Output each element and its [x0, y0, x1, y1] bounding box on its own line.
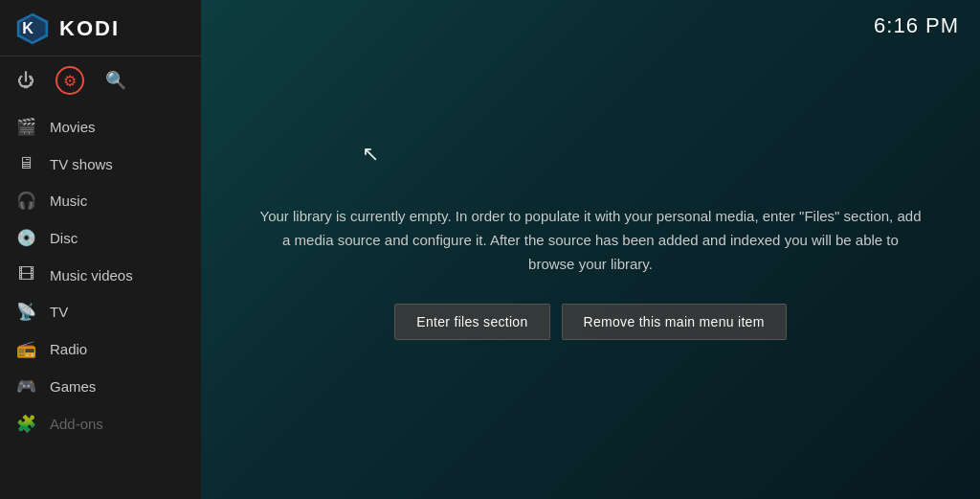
- app-title: KODI: [59, 16, 120, 41]
- kodi-logo-icon: K: [15, 11, 50, 46]
- power-button[interactable]: ⏻: [15, 69, 36, 93]
- sidebar-icon-row: ⏻ ⚙ 🔍: [0, 57, 201, 104]
- sidebar-item-music-videos[interactable]: 🎞 Music videos: [0, 257, 201, 293]
- top-bar: 6:16 PM: [201, 0, 980, 46]
- music-videos-icon: 🎞: [15, 265, 36, 284]
- clock: 6:16 PM: [874, 13, 959, 38]
- sidebar-item-radio[interactable]: 📻 Radio: [0, 330, 201, 368]
- sidebar-item-tv-shows[interactable]: 🖥 TV shows: [0, 146, 201, 182]
- sidebar-item-label: TV shows: [50, 156, 113, 172]
- sidebar-item-label: Games: [50, 378, 96, 395]
- sidebar-item-add-ons[interactable]: 🧩 Add-ons: [0, 405, 201, 442]
- sidebar-item-music[interactable]: 🎧 Music: [0, 182, 201, 219]
- sidebar-header: K KODI: [0, 0, 201, 57]
- movies-icon: 🎬: [15, 117, 36, 137]
- sidebar-item-label: Music videos: [50, 267, 133, 284]
- svg-text:K: K: [22, 19, 33, 36]
- tv-icon: 📡: [15, 302, 36, 322]
- sidebar-item-games[interactable]: 🎮 Games: [0, 368, 201, 405]
- games-icon: 🎮: [15, 376, 36, 397]
- empty-library-message: Your library is currently empty. In orde…: [258, 205, 923, 276]
- sidebar-item-movies[interactable]: 🎬 Movies: [0, 108, 201, 146]
- radio-icon: 📻: [15, 339, 36, 359]
- sidebar-item-label: Music: [50, 193, 87, 209]
- sidebar-item-label: Disc: [50, 230, 78, 246]
- search-button[interactable]: 🔍: [103, 68, 128, 93]
- tv-shows-icon: 🖥: [15, 154, 36, 173]
- action-buttons: Enter files section Remove this main men…: [394, 304, 786, 340]
- content-area: ↖ Your library is currently empty. In or…: [201, 46, 980, 499]
- sidebar-item-label: Radio: [50, 341, 87, 357]
- enter-files-button[interactable]: Enter files section: [394, 304, 549, 340]
- sidebar-item-disc[interactable]: 💿 Disc: [0, 219, 201, 257]
- sidebar-item-tv[interactable]: 📡 TV: [0, 293, 201, 330]
- sidebar-item-label: Movies: [50, 119, 96, 135]
- settings-button[interactable]: ⚙: [56, 66, 84, 95]
- main-content: 6:16 PM ↖ Your library is currently empt…: [201, 0, 980, 499]
- disc-icon: 💿: [15, 228, 36, 248]
- music-icon: 🎧: [15, 191, 36, 211]
- sidebar-item-label: Add-ons: [50, 416, 103, 432]
- sidebar-item-label: TV: [50, 304, 68, 320]
- remove-menu-item-button[interactable]: Remove this main menu item: [562, 304, 787, 340]
- sidebar: K KODI ⏻ ⚙ 🔍 🎬 Movies 🖥 TV shows 🎧 Music…: [0, 0, 201, 499]
- add-ons-icon: 🧩: [15, 414, 36, 434]
- sidebar-nav: 🎬 Movies 🖥 TV shows 🎧 Music 💿 Disc 🎞 Mus…: [0, 104, 201, 499]
- cursor-indicator: ↖: [362, 142, 379, 167]
